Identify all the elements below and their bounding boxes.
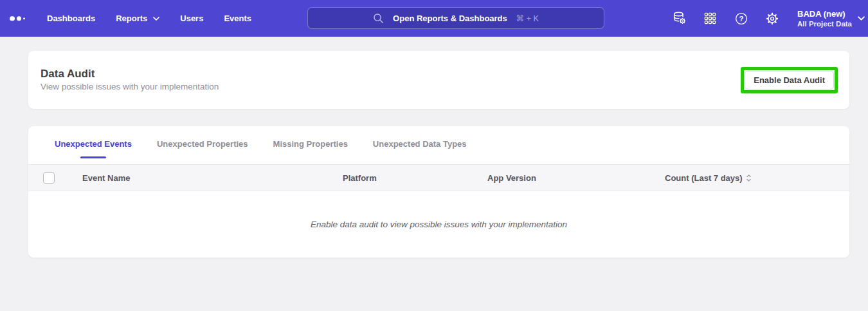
- column-platform: Platform: [343, 173, 377, 183]
- highlight-box: Enable Data Audit: [741, 67, 838, 93]
- chevron-down-icon: [153, 17, 159, 21]
- svg-text:?: ?: [739, 15, 743, 23]
- tab-label: Missing Properties: [273, 139, 348, 149]
- sort-icon: [746, 174, 751, 182]
- tab-unexpected-data-types[interactable]: Unexpected Data Types: [373, 126, 467, 165]
- nav-users-label: Users: [180, 14, 203, 23]
- column-count-label: Count (Last 7 days): [665, 173, 743, 183]
- tab-unexpected-events[interactable]: Unexpected Events: [55, 126, 132, 165]
- mixpanel-logo[interactable]: [10, 16, 25, 21]
- table-header: Event Name Platform App Version Count (L…: [28, 165, 849, 191]
- nav-reports[interactable]: Reports: [116, 14, 159, 23]
- tab-bar: Unexpected Events Unexpected Properties …: [28, 126, 849, 165]
- active-tab-underline: [80, 156, 106, 159]
- search-shortcut: ⌘ + K: [516, 14, 539, 23]
- navbar-right: ? BADA (new): [672, 0, 865, 37]
- enable-data-audit-button[interactable]: Enable Data Audit: [745, 71, 834, 90]
- chevron-down-icon: [858, 16, 865, 21]
- search-placeholder: Open Reports & Dashboards: [393, 14, 507, 23]
- logo-dot: [17, 16, 21, 21]
- project-name: BADA (new): [797, 9, 852, 19]
- data-audit-table-card: Unexpected Events Unexpected Properties …: [28, 126, 849, 258]
- tab-label: Unexpected Properties: [157, 139, 248, 149]
- nav-dashboards[interactable]: Dashboards: [47, 14, 95, 23]
- project-scope: All Project Data: [797, 19, 852, 28]
- column-count[interactable]: Count (Last 7 days): [665, 173, 751, 183]
- nav-events-label: Events: [224, 14, 251, 23]
- nav-users[interactable]: Users: [180, 14, 203, 23]
- column-event-name: Event Name: [82, 173, 130, 183]
- table-body: Enable data audit to view possible issue…: [28, 191, 849, 257]
- nav-events[interactable]: Events: [224, 14, 251, 23]
- project-selector[interactable]: BADA (new) All Project Data: [797, 9, 865, 28]
- tab-unexpected-properties[interactable]: Unexpected Properties: [157, 126, 248, 165]
- search-icon: [373, 13, 384, 24]
- apps-grid-icon[interactable]: [703, 11, 718, 26]
- nav-reports-label: Reports: [116, 14, 147, 23]
- main-nav: Dashboards Reports Users Events: [47, 0, 251, 37]
- select-all-checkbox[interactable]: [43, 172, 55, 184]
- tab-missing-properties[interactable]: Missing Properties: [273, 126, 348, 165]
- nav-dashboards-label: Dashboards: [47, 14, 95, 23]
- search-input[interactable]: Open Reports & Dashboards ⌘ + K: [307, 7, 604, 29]
- page-subtitle: View possible issues with your implement…: [41, 82, 219, 92]
- data-management-icon[interactable]: [672, 11, 687, 26]
- project-text: BADA (new) All Project Data: [797, 9, 852, 28]
- settings-gear-icon[interactable]: [764, 11, 779, 26]
- tab-label: Unexpected Data Types: [373, 139, 467, 149]
- tab-label: Unexpected Events: [55, 139, 132, 149]
- title-block: Data Audit View possible issues with you…: [41, 68, 219, 92]
- page-title: Data Audit: [41, 68, 219, 80]
- logo-dot: [10, 16, 15, 21]
- top-navbar: Dashboards Reports Users Events Open Rep…: [0, 0, 868, 37]
- empty-state-message: Enable data audit to view possible issue…: [311, 220, 567, 229]
- help-icon[interactable]: ?: [734, 11, 748, 26]
- column-app-version: App Version: [487, 173, 536, 183]
- logo-dot: [23, 17, 25, 19]
- data-audit-header-card: Data Audit View possible issues with you…: [28, 51, 849, 109]
